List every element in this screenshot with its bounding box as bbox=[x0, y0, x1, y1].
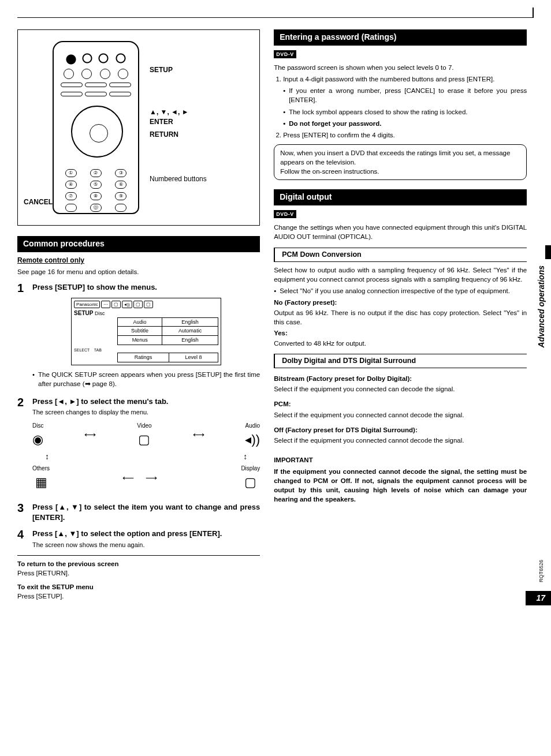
pw-steps: Input a 4-digit password with the number… bbox=[274, 74, 527, 140]
right-column: Entering a password (Ratings) DVD-V The … bbox=[274, 29, 527, 601]
step-4-title: Press [▲, ▼] to select the option and pr… bbox=[32, 529, 260, 539]
dd-bit-h: Bitstream (Factory preset for Dolby Digi… bbox=[274, 375, 412, 382]
footer-exit-h: To exit the SETUP menu bbox=[17, 582, 260, 592]
screen-select: SELECT bbox=[74, 348, 90, 352]
section-side-label: Advanced operations bbox=[536, 265, 548, 347]
footer-return-b: Press [RETURN]. bbox=[17, 568, 260, 578]
pcm-no-h: No (Factory preset): bbox=[274, 299, 337, 306]
callout-list: SETUP ▲, ▼, ◄, ► ENTER RETURN Numbered b… bbox=[150, 71, 207, 184]
step-4-sub: The screen now shows the menu again. bbox=[32, 541, 260, 549]
remote-figure: ①②③ ④⑤⑥ ⑦⑧⑨ ⓪ CANCEL SETUP ▲, ▼, ◄, ► EN… bbox=[17, 29, 260, 226]
do-intro: Change the settings when you have connec… bbox=[274, 223, 527, 241]
row-subtitle: Subtitle bbox=[118, 327, 162, 336]
step-3: 3 Press [▲, ▼] to select the item you wa… bbox=[17, 502, 260, 523]
heading-password: Entering a password (Ratings) bbox=[274, 29, 527, 46]
screen-tab: Disc bbox=[95, 310, 105, 316]
step-2-title: Press [◄, ►] to select the menu's tab. bbox=[32, 396, 260, 407]
see-page-note: See page 16 for menu and option details. bbox=[17, 267, 260, 276]
subhead-dolby: Dolby Digital and DTS Digital Surround bbox=[274, 354, 527, 369]
screen-setup-label: SETUP bbox=[74, 310, 93, 316]
row-audio-val: English bbox=[162, 317, 218, 327]
callout-return: RETURN bbox=[150, 130, 207, 140]
footer-exit-b: Press [SETUP]. bbox=[17, 592, 260, 601]
pw-bullet-3: Do not forget your password. bbox=[283, 119, 527, 128]
dd-pcm-b: Select if the equipment you connected ca… bbox=[274, 410, 527, 420]
subhead-pcm: PCM Down Conversion bbox=[274, 248, 527, 263]
setup-screen-illustration: Panasonic⋯▢◂))▢▢ SETUP Disc AudioEnglish… bbox=[71, 298, 221, 365]
screen-brand: Panasonic bbox=[74, 301, 100, 308]
callout-numbered: Numbered buttons bbox=[150, 174, 207, 184]
tab-others: Others bbox=[32, 465, 50, 471]
screen-table-2: RatingsLevel 8 bbox=[117, 353, 218, 362]
screen-table: AudioEnglish SubtitleAutomatic MenusEngl… bbox=[117, 317, 218, 345]
remote-control-illustration: ①②③ ④⑤⑥ ⑦⑧⑨ ⓪ CANCEL bbox=[53, 41, 139, 214]
tab-audio: Audio bbox=[245, 422, 260, 429]
pw-intro: The password screen is shown when you se… bbox=[274, 63, 527, 72]
callout-enter: ENTER bbox=[150, 118, 173, 126]
page-number: 17 bbox=[526, 591, 551, 606]
row-subtitle-val: Automatic bbox=[162, 327, 218, 336]
dd-off-b: Select if the equipment you connected ca… bbox=[274, 436, 527, 445]
footer-return: To return to the previous screen Press [… bbox=[17, 559, 260, 578]
tab-video: Video bbox=[137, 422, 151, 429]
screen-tab-lbl: TAB bbox=[94, 348, 102, 352]
row-ratings-val: Level 8 bbox=[169, 353, 218, 362]
step-1: 1 Press [SETUP] to show the menus. Panas… bbox=[17, 282, 260, 391]
dd-bit-b: Select if the equipment you connected ca… bbox=[274, 384, 527, 394]
pcm-yes-h: Yes: bbox=[274, 330, 288, 336]
callout-cancel: CANCEL bbox=[24, 197, 53, 207]
doc-code: RQT6526 bbox=[538, 560, 545, 582]
row-audio: Audio bbox=[118, 317, 162, 327]
left-column: ①②③ ④⑤⑥ ⑦⑧⑨ ⓪ CANCEL SETUP ▲, ▼, ◄, ► EN… bbox=[17, 29, 260, 601]
tab-display: Display bbox=[241, 465, 260, 471]
step-3-title: Press [▲, ▼] to select the item you want… bbox=[32, 502, 260, 523]
pcm-yes-b: Converted to 48 kHz for output. bbox=[274, 339, 527, 348]
dd-pcm-h: PCM: bbox=[274, 401, 291, 407]
pw-step2: Press [ENTER] to confirm the 4 digits. bbox=[283, 130, 527, 140]
callout-setup: SETUP bbox=[150, 65, 207, 75]
step-4: 4 Press [▲, ▼] to select the option and … bbox=[17, 529, 260, 549]
tab-disc: Disc bbox=[32, 422, 43, 429]
callout-arrows: ▲, ▼, ◄, ► bbox=[150, 108, 189, 116]
tab-flow-diagram: Disc◉ ⟷ Video▢ ⟷ Audio◂)) ↕↕ Others▦ ⟵⟶ … bbox=[32, 422, 260, 492]
page-rule bbox=[17, 17, 534, 18]
pcm-p2: Select "No" if you use analog connection… bbox=[274, 286, 527, 295]
dd-off-h: Off (Factory preset for DTS Digital Surr… bbox=[274, 426, 418, 433]
row-menus-val: English bbox=[162, 336, 218, 345]
step-2-sub: The screen changes to display the menu. bbox=[32, 408, 260, 417]
pcm-no-b: Output as 96 kHz. There is no output if … bbox=[274, 308, 527, 327]
footer-exit: To exit the SETUP menu Press [SETUP]. bbox=[17, 582, 260, 601]
pw-note-box: Now, when you insert a DVD that exceeds … bbox=[274, 144, 527, 180]
footer-return-h: To return to the previous screen bbox=[17, 559, 260, 568]
pw-bullet-2: The lock symbol appears closed to show t… bbox=[283, 107, 527, 117]
heading-digital-output: Digital output bbox=[274, 189, 527, 205]
row-menus: Menus bbox=[118, 336, 162, 345]
side-black-tab bbox=[545, 245, 551, 259]
step-1-note: The QUICK SETUP screen appears when you … bbox=[32, 370, 260, 388]
dvd-v-badge-1: DVD-V bbox=[274, 50, 296, 59]
step-2: 2 Press [◄, ►] to select the menu's tab.… bbox=[17, 396, 260, 496]
pcm-p1: Select how to output audio with a sampli… bbox=[274, 265, 527, 284]
important-h: IMPORTANT bbox=[274, 455, 527, 465]
step-1-title: Press [SETUP] to show the menus. bbox=[32, 282, 260, 293]
pw-bullet-1: If you enter a wrong number, press [CANC… bbox=[283, 86, 527, 104]
remote-only-label: Remote control only bbox=[17, 256, 260, 265]
important-b: If the equipment you connected cannot de… bbox=[274, 467, 527, 504]
pw-step1: Input a 4-digit password with the number… bbox=[283, 76, 494, 83]
heading-common-procedures: Common procedures bbox=[17, 236, 260, 252]
dvd-v-badge-2: DVD-V bbox=[274, 210, 296, 219]
row-ratings: Ratings bbox=[118, 353, 169, 362]
